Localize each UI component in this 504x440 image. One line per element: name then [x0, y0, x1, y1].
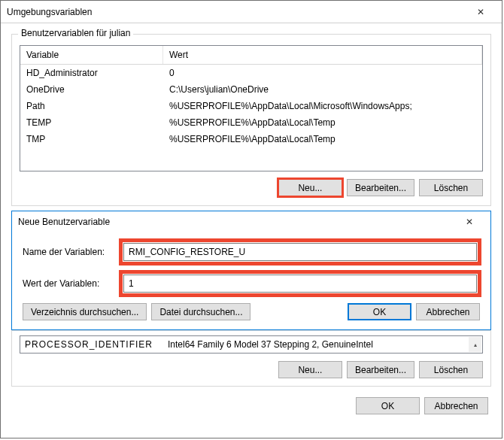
titlebar: Umgebungsvariablen: [1, 1, 502, 23]
inner-body: Name der Variablen: Wert der Variablen: …: [12, 232, 490, 329]
browse-file-button[interactable]: Datei durchsuchen...: [151, 303, 250, 320]
cell-var: TEMP: [20, 117, 163, 129]
scroll-up-button[interactable]: ▴: [469, 337, 481, 352]
name-field-row: Name der Variablen:: [23, 240, 480, 264]
name-label: Name der Variablen:: [23, 247, 120, 257]
table-row[interactable]: OneDrive C:\Users\julian\OneDrive: [20, 81, 482, 98]
inner-title: Neue Benutzervariable: [18, 217, 454, 227]
cancel-button[interactable]: Abbrechen: [416, 303, 480, 320]
cell-var: OneDrive: [20, 83, 163, 96]
system-vars-group: PROCESSOR_IDENTIFIER Intel64 Family 6 Mo…: [11, 330, 491, 387]
delete-button[interactable]: Löschen: [419, 361, 483, 378]
cell-var: HD_Administrator: [20, 67, 163, 79]
header-value[interactable]: Wert: [163, 46, 482, 64]
system-vars-list[interactable]: PROCESSOR_IDENTIFIER Intel64 Family 6 Mo…: [20, 335, 483, 354]
cell-val: 0: [163, 67, 482, 79]
browse-dir-button[interactable]: Verzeichnis durchsuchen...: [23, 303, 147, 320]
variable-name-input[interactable]: [123, 243, 477, 261]
close-icon: [477, 7, 484, 17]
table-row[interactable]: HD_Administrator 0: [20, 65, 482, 81]
inner-close-button[interactable]: [454, 211, 484, 232]
cell-val: C:\Users\julian\OneDrive: [163, 83, 482, 96]
table-row[interactable]: TEMP %USERPROFILE%\AppData\Local\Temp: [20, 114, 482, 131]
ok-button[interactable]: OK: [348, 303, 411, 320]
cell-val: Intel64 Family 6 Model 37 Stepping 2, Ge…: [168, 339, 478, 350]
window-body: Benutzervariablen für julian Variable We…: [1, 23, 502, 423]
new-button[interactable]: Neu...: [278, 361, 342, 378]
value-input-wrap: [120, 272, 480, 296]
ok-button[interactable]: OK: [356, 397, 420, 414]
cell-val: %USERPROFILE%\AppData\Local\Temp: [163, 133, 482, 145]
name-input-wrap: [120, 240, 480, 264]
spacer: [255, 303, 343, 320]
value-label: Wert der Variablen:: [23, 278, 120, 289]
edit-button[interactable]: Bearbeiten...: [347, 179, 414, 196]
edit-button[interactable]: Bearbeiten...: [347, 361, 414, 378]
inner-button-row: Verzeichnis durchsuchen... Datei durchsu…: [23, 303, 480, 320]
cell-var: Path: [20, 100, 163, 112]
cell-var: PROCESSOR_IDENTIFIER: [25, 339, 168, 350]
cancel-button[interactable]: Abbrechen: [424, 397, 488, 414]
cell-var: TMP: [20, 133, 163, 145]
window-title: Umgebungsvariablen: [7, 7, 466, 17]
close-icon: [466, 217, 473, 227]
value-field-row: Wert der Variablen:: [23, 272, 480, 296]
user-vars-buttons: Neu... Bearbeiten... Löschen: [20, 179, 483, 196]
user-vars-list[interactable]: Variable Wert HD_Administrator 0 OneDriv…: [20, 45, 483, 171]
table-row[interactable]: TMP %USERPROFILE%\AppData\Local\Temp: [20, 131, 482, 147]
user-vars-group: Benutzervariablen für julian Variable We…: [11, 34, 491, 206]
system-vars-buttons: Neu... Bearbeiten... Löschen: [20, 361, 483, 378]
new-button[interactable]: Neu...: [278, 179, 342, 196]
delete-button[interactable]: Löschen: [419, 179, 483, 196]
list-rows: HD_Administrator 0 OneDrive C:\Users\jul…: [20, 65, 482, 147]
env-vars-window: Umgebungsvariablen Benutzervariablen für…: [0, 0, 502, 438]
cell-val: %USERPROFILE%\AppData\Local\Temp: [163, 117, 482, 129]
variable-value-input[interactable]: [123, 275, 477, 293]
user-vars-legend: Benutzervariablen für julian: [18, 28, 133, 38]
footer-buttons: OK Abbrechen: [11, 397, 491, 414]
close-button[interactable]: [466, 2, 496, 23]
cell-val: %USERPROFILE%\AppData\Local\Microsoft\Wi…: [163, 100, 482, 112]
new-variable-dialog: Neue Benutzervariable Name der Variablen…: [11, 211, 491, 330]
list-header: Variable Wert: [20, 46, 482, 65]
header-variable[interactable]: Variable: [20, 46, 163, 64]
table-row[interactable]: Path %USERPROFILE%\AppData\Local\Microso…: [20, 98, 482, 114]
inner-titlebar: Neue Benutzervariable: [12, 211, 490, 232]
